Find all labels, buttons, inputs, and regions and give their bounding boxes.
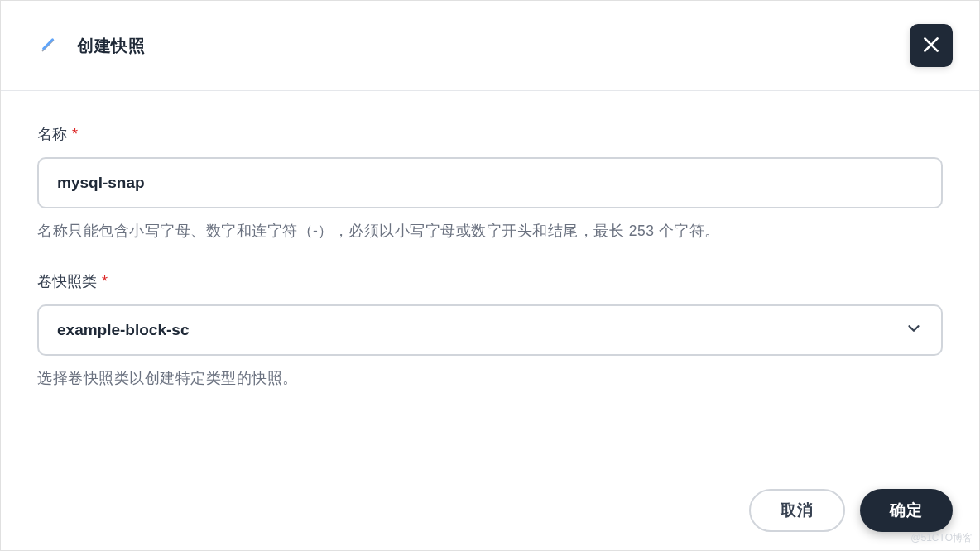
close-icon [920, 34, 942, 58]
watermark: @51CTO博客 [910, 531, 973, 545]
snapshot-class-label: 卷快照类* [37, 271, 943, 291]
close-button[interactable] [910, 24, 953, 67]
form-group-snapshot-class: 卷快照类* example-block-sc 选择卷快照类以创建特定类型的快照。 [37, 271, 943, 389]
snapshot-class-value: example-block-sc [57, 321, 189, 339]
cancel-button[interactable]: 取消 [749, 489, 845, 532]
modal-body: 名称* 名称只能包含小写字母、数字和连字符（-），必须以小写字母或数字开头和结尾… [1, 91, 979, 453]
modal-title: 创建快照 [77, 35, 145, 57]
confirm-button[interactable]: 确定 [860, 489, 953, 532]
chevron-down-icon [905, 319, 923, 342]
form-group-name: 名称* 名称只能包含小写字母、数字和连字符（-），必须以小写字母或数字开头和结尾… [37, 124, 943, 242]
modal-header: 创建快照 [1, 1, 979, 91]
snapshot-class-select[interactable]: example-block-sc [37, 304, 943, 356]
modal-footer: 取消 确定 [749, 489, 953, 532]
name-label-text: 名称 [37, 126, 67, 142]
required-asterisk: * [102, 273, 108, 290]
required-asterisk: * [72, 126, 78, 142]
name-input[interactable] [37, 157, 943, 208]
header-left: 创建快照 [39, 35, 145, 57]
name-label: 名称* [37, 124, 943, 144]
name-help-text: 名称只能包含小写字母、数字和连字符（-），必须以小写字母或数字开头和结尾，最长 … [37, 220, 943, 242]
pencil-icon [39, 36, 57, 55]
snapshot-class-help-text: 选择卷快照类以创建特定类型的快照。 [37, 367, 943, 389]
snapshot-class-label-text: 卷快照类 [37, 273, 97, 290]
